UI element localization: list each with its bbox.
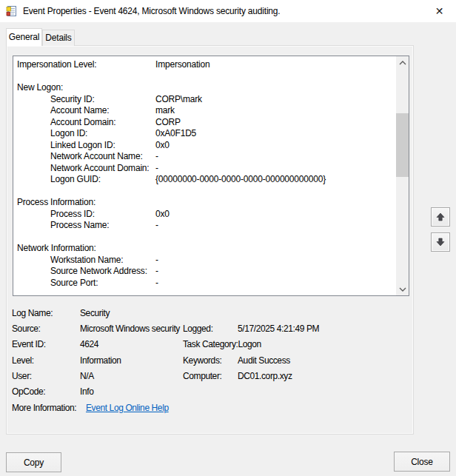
detail-value: Information <box>80 355 183 366</box>
detail-row: More Information:Event Log Online Help <box>12 400 409 415</box>
detail-value: Logon <box>238 339 409 349</box>
detail-label: Task Category: <box>183 339 238 349</box>
event-properties-dialog: Event Properties - Event 4624, Microsoft… <box>0 0 456 476</box>
event-text-label: Process ID: <box>16 209 155 221</box>
event-text-label: Account Name: <box>16 105 155 117</box>
detail-label: Logged: <box>183 324 238 334</box>
previous-event-button[interactable] <box>431 207 450 227</box>
event-text-line <box>16 71 395 83</box>
tab-general[interactable]: General <box>6 28 42 46</box>
detail-value: 5/17/2025 4:21:49 PM <box>238 324 409 334</box>
blank-line <box>16 186 19 196</box>
details-grid: Log Name:SecuritySource:Microsoft Window… <box>12 305 409 415</box>
event-text-line <box>16 232 395 244</box>
event-text-value: CORP <box>155 117 181 127</box>
event-text-label: New Logon: <box>16 82 155 94</box>
detail-value: Microsoft Windows security <box>80 324 183 334</box>
next-event-button[interactable] <box>431 232 450 252</box>
event-text-line: Process Information: <box>16 197 395 209</box>
scrollbar-up-icon[interactable] <box>396 56 409 69</box>
event-log-icon <box>6 5 18 17</box>
event-text-line: Account Domain:CORP <box>16 117 395 129</box>
event-text-value: - <box>155 151 158 161</box>
event-text-value: CORP\mark <box>155 94 202 104</box>
event-text-label: Account Domain: <box>16 117 155 129</box>
event-text-label: Linked Logon ID: <box>16 140 155 152</box>
event-text-label: Logon ID: <box>16 128 155 140</box>
event-text-value: - <box>155 266 158 276</box>
detail-row: Source:Microsoft Windows securityLogged:… <box>12 321 409 336</box>
event-text-line: Account Name:mark <box>16 105 395 117</box>
event-text-label: Workstation Name: <box>16 255 155 267</box>
detail-label: Keywords: <box>183 355 238 366</box>
event-text-value: 0xA0F1D5 <box>155 128 196 138</box>
detail-label: More Information: <box>12 403 80 413</box>
event-text-value: 0x0 <box>155 209 170 219</box>
event-text-label: Impersonation Level: <box>16 59 155 71</box>
event-log-online-help-link[interactable]: Event Log Online Help <box>86 403 169 413</box>
event-text-label: Source Network Address: <box>16 266 155 278</box>
event-text-label: Network Account Name: <box>16 151 155 163</box>
event-text-line: Network Account Name:- <box>16 151 395 163</box>
detail-value: 4624 <box>80 339 183 349</box>
close-button[interactable]: Close <box>394 452 450 472</box>
detail-row: Log Name:Security <box>12 305 409 321</box>
detail-label: Log Name: <box>12 308 80 318</box>
detail-row: User:N/AComputer:DC01.corp.xyz <box>12 368 409 383</box>
detail-label: Computer: <box>183 371 238 381</box>
event-text-line: New Logon: <box>16 82 395 94</box>
event-text-label: Network Account Domain: <box>16 163 155 175</box>
scrollbar-down-icon[interactable] <box>396 283 409 295</box>
event-text-line: Source Network Address:- <box>16 266 395 278</box>
detail-label: OpCode: <box>12 386 80 397</box>
event-text-value: {00000000-0000-0000-0000-000000000000} <box>155 174 326 184</box>
event-text-line <box>16 186 395 198</box>
event-text-value: - <box>155 220 158 230</box>
event-text-line: Logon ID:0xA0F1D5 <box>16 128 395 140</box>
detail-value: Info <box>80 386 183 397</box>
copy-button[interactable]: Copy <box>6 452 61 472</box>
event-text-line: Process ID:0x0 <box>16 209 395 221</box>
detail-label: Event ID: <box>12 339 80 349</box>
event-text-line: Source Port:- <box>16 278 395 289</box>
detail-value: Audit Success <box>238 355 409 366</box>
event-text-value: 0x0 <box>155 140 170 150</box>
event-text-label: Logon GUID: <box>16 174 155 186</box>
event-text-content: Impersonation Level:Impersonation New Lo… <box>16 59 395 295</box>
detail-row: Event ID:4624Task Category:Logon <box>12 337 409 352</box>
scrollbar-thumb[interactable] <box>396 113 409 177</box>
detail-value: N/A <box>80 371 183 381</box>
detail-value: DC01.corp.xyz <box>238 371 409 381</box>
event-text-label: Source Port: <box>16 278 155 289</box>
detail-row: OpCode:Info <box>12 384 409 400</box>
event-text-label: Security ID: <box>16 94 155 106</box>
event-text-line: Network Account Domain:- <box>16 163 395 175</box>
blank-line <box>16 71 19 81</box>
event-text-label: Network Information: <box>16 243 155 255</box>
event-text-value: - <box>155 255 158 265</box>
event-description-textbox[interactable]: Impersonation Level:Impersonation New Lo… <box>13 56 409 296</box>
detail-label: User: <box>12 371 80 381</box>
blank-line <box>16 232 19 242</box>
event-text-line: Impersonation Level:Impersonation <box>16 59 395 71</box>
event-text-line: Network Information: <box>16 243 395 255</box>
detail-value: Security <box>80 308 183 318</box>
event-text-value: - <box>155 278 158 288</box>
event-text-value: - <box>155 163 158 173</box>
tab-details[interactable]: Details <box>42 30 75 46</box>
vertical-scrollbar[interactable] <box>396 56 409 295</box>
event-text-value: mark <box>155 105 175 115</box>
arrow-up-icon <box>435 211 446 223</box>
detail-label: Source: <box>12 324 80 334</box>
event-text-line: Workstation Name:- <box>16 255 395 267</box>
event-text-label: Process Name: <box>16 220 155 232</box>
window-close-button[interactable]: ✕ <box>423 0 456 22</box>
event-text-line: Security ID:CORP\mark <box>16 94 395 106</box>
event-text-label: Process Information: <box>16 197 155 209</box>
window-title: Event Properties - Event 4624, Microsoft… <box>23 6 280 16</box>
titlebar: Event Properties - Event 4624, Microsoft… <box>0 0 456 22</box>
event-text-line: Linked Logon ID:0x0 <box>16 140 395 152</box>
event-text-line: Process Name:- <box>16 220 395 232</box>
arrow-down-icon <box>435 236 446 248</box>
event-text-line: Logon GUID:{00000000-0000-0000-0000-0000… <box>16 174 395 186</box>
